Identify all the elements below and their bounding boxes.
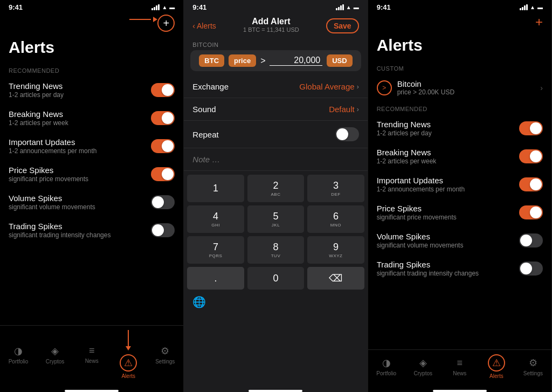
exchange-row[interactable]: Exchange Global Average ›: [184, 75, 367, 98]
left-panel: 9:41 ▲ ▬ + Alerts RECOMMENDED Trending N…: [0, 0, 184, 392]
sound-value: Default ›: [329, 105, 359, 114]
status-bar-right: 9:41 ▲ ▬: [368, 0, 551, 12]
nav-alerts-left[interactable]: ⚠ Alerts: [110, 330, 147, 379]
repeat-toggle[interactable]: [335, 127, 359, 141]
signal-bars-right: [520, 4, 528, 10]
toggle-important-updates-left[interactable]: [151, 139, 175, 153]
page-title-right: Alerts: [368, 34, 551, 61]
nav-cryptos-left[interactable]: ◈ Cryptos: [37, 345, 73, 365]
save-button[interactable]: Save: [326, 18, 359, 33]
time-right: 9:41: [377, 3, 391, 11]
condition-tag-price[interactable]: price: [229, 54, 256, 67]
key-4[interactable]: 4 GHI: [187, 205, 244, 233]
settings-icon-right: ⚙: [529, 357, 537, 369]
wifi-icon-right: ▲: [530, 4, 535, 10]
key-5[interactable]: 5 JKL: [247, 205, 304, 233]
portfolio-icon-right: ◑: [382, 357, 391, 369]
back-button[interactable]: ‹ Alerts: [192, 22, 216, 30]
toggle-price-spikes-right[interactable]: [519, 205, 543, 219]
nav-settings-left[interactable]: ⚙ Settings: [147, 345, 183, 365]
custom-alert-icon: >: [377, 80, 392, 95]
list-item: Volume Spikes significant volume movemen…: [368, 226, 551, 255]
nav-settings-right[interactable]: ⚙ Settings: [515, 357, 551, 376]
nav-news-right[interactable]: ≡ News: [441, 357, 478, 376]
key-delete[interactable]: ⌫: [307, 267, 364, 290]
toggle-trading-spikes-left[interactable]: [151, 223, 175, 237]
section-custom-right: CUSTOM: [368, 61, 551, 74]
key-3[interactable]: 3 DEF: [307, 175, 364, 202]
nav-label: Settings: [155, 359, 175, 365]
middle-title: Add Alert: [243, 17, 299, 26]
sound-row[interactable]: Sound Default ›: [184, 98, 367, 121]
list-item: Trading Spikes significant trading inten…: [368, 255, 551, 283]
arrow-indicator: [129, 17, 157, 22]
toggle-breaking-news-left[interactable]: [151, 111, 175, 125]
repeat-label: Repeat: [192, 130, 218, 139]
nav-label: Cryptos: [46, 359, 64, 365]
key-6[interactable]: 6 MNO: [307, 205, 364, 233]
nav-label: Alerts: [489, 373, 503, 379]
home-indicator-mid: [249, 390, 302, 392]
add-alert-right-button[interactable]: +: [535, 15, 543, 30]
globe-icon[interactable]: 🌐: [192, 295, 206, 308]
toggle-breaking-news-right[interactable]: [519, 149, 543, 163]
key-2[interactable]: 2 ABC: [247, 175, 304, 202]
nav-portfolio-right[interactable]: ◑ Portfolio: [368, 357, 405, 376]
right-header: +: [368, 12, 551, 34]
key-0[interactable]: 0: [247, 267, 304, 290]
home-indicator: [65, 390, 119, 392]
nav-label: Settings: [523, 370, 543, 376]
page-title-left: Alerts: [0, 36, 183, 63]
toggle-volume-spikes-left[interactable]: [151, 195, 175, 209]
key-1[interactable]: 1: [187, 175, 244, 202]
condition-value-input[interactable]: 20,000: [270, 56, 322, 66]
toggle-trending-news-right[interactable]: [519, 121, 543, 135]
custom-alert-item[interactable]: > Bitcoin price > 20.00K USD ›: [368, 74, 551, 101]
section-recommended-left: RECOMMENDED: [0, 63, 183, 76]
list-item: Breaking News 1-2 articles per week: [0, 104, 183, 132]
keyboard-bottom: 🌐: [184, 291, 367, 315]
toggle-volume-spikes-right[interactable]: [519, 233, 543, 247]
coin-label: BITCOIN: [184, 37, 367, 50]
middle-panel: 9:41 ▲ ▬ ‹ Alerts Add Alert 1 BTC = 11,3…: [184, 0, 368, 392]
toggle-price-spikes-left[interactable]: [151, 167, 175, 181]
keyboard: 1 2 ABC 3 DEF 4 GHI 5 JKL 6 MNO: [184, 171, 367, 388]
condition-tag-btc[interactable]: BTC: [199, 54, 224, 67]
nav-label: News: [453, 370, 466, 376]
key-7[interactable]: 7 PQRS: [187, 236, 244, 264]
nav-label: Portfolio: [9, 359, 29, 365]
nav-alerts-right[interactable]: ⚠ Alerts: [478, 354, 515, 379]
signal-bars: [151, 4, 160, 10]
wifi-icon-mid: ▲: [346, 4, 351, 10]
alerts-icon: ⚠: [124, 357, 133, 369]
condition-row: BTC price > 20,000 USD: [190, 50, 361, 71]
list-item: Important Updates 1-2 announcements per …: [368, 170, 551, 198]
list-item: Trading Spikes significant trading inten…: [0, 216, 183, 244]
list-item: Breaking News 1-2 articles per week: [368, 142, 551, 170]
key-decimal[interactable]: .: [187, 267, 244, 290]
list-item: Volume Spikes significant volume movemen…: [0, 188, 183, 216]
repeat-row: Repeat: [184, 121, 367, 148]
nav-portfolio-left[interactable]: ◑ Portfolio: [0, 345, 37, 365]
news-icon-right: ≡: [457, 357, 463, 369]
nav-label: Cryptos: [414, 370, 432, 376]
battery-icon-mid: ▬: [354, 4, 359, 10]
time-left: 9:41: [9, 3, 23, 11]
battery-icon-right: ▬: [537, 4, 543, 10]
toggle-trading-spikes-right[interactable]: [519, 262, 543, 276]
note-input[interactable]: [184, 148, 367, 170]
nav-news-left[interactable]: ≡ News: [73, 345, 110, 364]
status-bar-middle: 9:41 ▲ ▬: [184, 0, 367, 12]
nav-cryptos-right[interactable]: ◈ Cryptos: [405, 357, 441, 376]
toggle-trending-news-left[interactable]: [151, 83, 175, 97]
key-9[interactable]: 9 WXYZ: [307, 236, 364, 264]
sound-label: Sound: [192, 105, 216, 114]
keyboard-row-3: 7 PQRS 8 TUV 9 WXYZ: [184, 235, 367, 265]
cryptos-icon: ◈: [51, 345, 59, 357]
toggle-important-updates-right[interactable]: [519, 177, 543, 191]
add-alert-button[interactable]: +: [157, 15, 175, 32]
back-chevron-icon: ‹: [192, 22, 195, 30]
key-8[interactable]: 8 TUV: [247, 236, 304, 264]
condition-currency[interactable]: USD: [327, 54, 352, 67]
list-item: Trending News 1-2 articles per day: [0, 76, 183, 104]
